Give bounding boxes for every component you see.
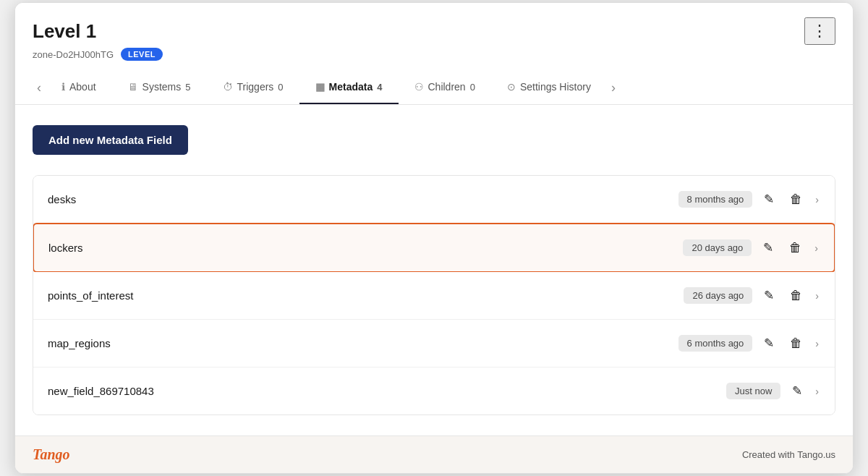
tab-metadata-label: Metadata	[329, 81, 373, 93]
page-title: Level 1	[33, 20, 96, 43]
systems-icon: 🖥	[128, 81, 138, 93]
tab-settings-history[interactable]: ⊙ Settings History	[491, 71, 607, 104]
delete-lockers-button[interactable]: 🗑	[785, 238, 806, 258]
delete-map-regions-button[interactable]: 🗑	[786, 333, 807, 354]
delete-points-of-interest-button[interactable]: 🗑	[786, 286, 807, 306]
pencil-icon-points-of-interest: ✎	[764, 288, 774, 303]
field-name-lockers: lockers	[48, 242, 83, 254]
metadata-icon: ▦	[315, 81, 325, 93]
edit-points-of-interest-button[interactable]: ✎	[760, 285, 778, 306]
tab-children-label: Children	[428, 81, 466, 93]
tabs-bar: ‹ ℹ About 🖥 Systems 5 ⏱ Triggers 0 ▦ Met…	[33, 71, 835, 104]
field-name-points-of-interest: points_of_interest	[48, 289, 133, 302]
chevron-points-of-interest: ›	[814, 287, 820, 305]
time-badge-desks: 8 months ago	[678, 191, 753, 208]
tango-logo: Tango	[33, 446, 70, 463]
row-right-new-field: Just now ✎ ›	[726, 381, 820, 401]
more-options-button[interactable]: ⋮	[804, 17, 835, 45]
level-badge: LEVEL	[121, 48, 163, 61]
chevron-desks: ›	[814, 191, 820, 208]
tab-triggers-count: 0	[278, 82, 283, 93]
trash-icon-map-regions: 🗑	[790, 336, 802, 351]
field-name-desks: desks	[48, 193, 76, 205]
row-right-map-regions: 6 months ago ✎ 🗑 ›	[678, 333, 820, 354]
footer: Tango Created with Tango.us	[15, 435, 853, 473]
tab-prev-arrow[interactable]: ‹	[33, 75, 46, 101]
pencil-icon-lockers: ✎	[763, 240, 773, 255]
time-badge-map-regions: 6 months ago	[678, 335, 753, 352]
time-badge-points-of-interest: 26 days ago	[684, 287, 752, 304]
subtitle-row: zone-Do2HJ00hTG LEVEL	[33, 48, 835, 61]
settings-history-icon: ⊙	[507, 81, 516, 93]
tab-metadata[interactable]: ▦ Metadata 4	[299, 71, 399, 104]
metadata-row-new-field: new_field_869710843 Just now ✎ ›	[33, 367, 835, 415]
time-badge-lockers: 20 days ago	[683, 239, 752, 256]
zone-id: zone-Do2HJ00hTG	[33, 49, 114, 60]
field-name-new-field: new_field_869710843	[48, 385, 154, 397]
row-right-points-of-interest: 26 days ago ✎ 🗑 ›	[684, 285, 820, 306]
tab-metadata-count: 4	[377, 82, 382, 93]
tab-about-label: About	[69, 81, 96, 93]
tab-children-count: 0	[470, 82, 475, 93]
pencil-icon-desks: ✎	[764, 192, 774, 207]
window-header: Level 1 ⋮ zone-Do2HJ00hTG LEVEL ‹ ℹ Abou…	[15, 3, 853, 105]
field-name-map-regions: map_regions	[48, 337, 111, 349]
row-right-lockers: 20 days ago ✎ 🗑 ›	[683, 237, 820, 258]
footer-credit: Created with Tango.us	[742, 449, 835, 460]
trash-icon-desks: 🗑	[790, 192, 802, 207]
content-area: Add new Metadata Field desks 8 months ag…	[15, 105, 853, 435]
pencil-icon-new-field: ✎	[792, 383, 802, 399]
about-icon: ℹ	[61, 81, 65, 93]
row-right-desks: 8 months ago ✎ 🗑 ›	[678, 189, 820, 210]
tab-systems-count: 5	[185, 82, 190, 93]
tab-settings-history-label: Settings History	[520, 81, 591, 93]
pencil-icon-map-regions: ✎	[764, 336, 774, 351]
tab-children[interactable]: ⚇ Children 0	[399, 71, 491, 104]
tab-triggers[interactable]: ⏱ Triggers 0	[207, 71, 299, 104]
metadata-row-points-of-interest: points_of_interest 26 days ago ✎ 🗑 ›	[33, 272, 835, 320]
trash-icon-points-of-interest: 🗑	[790, 289, 802, 303]
time-badge-new-field: Just now	[726, 383, 780, 399]
metadata-row-lockers: lockers 20 days ago ✎ 🗑 ›	[33, 223, 835, 273]
tab-systems-label: Systems	[142, 81, 182, 93]
main-window: Level 1 ⋮ zone-Do2HJ00hTG LEVEL ‹ ℹ Abou…	[14, 2, 854, 474]
title-row: Level 1 ⋮	[33, 17, 835, 45]
add-metadata-button[interactable]: Add new Metadata Field	[33, 125, 188, 155]
chevron-map-regions: ›	[814, 335, 820, 352]
children-icon: ⚇	[414, 81, 424, 93]
triggers-icon: ⏱	[223, 81, 233, 93]
chevron-new-field: ›	[814, 383, 820, 400]
tab-systems[interactable]: 🖥 Systems 5	[112, 71, 207, 104]
metadata-list: desks 8 months ago ✎ 🗑 › lockers 20 days…	[33, 175, 835, 415]
tab-next-arrow[interactable]: ›	[607, 75, 620, 101]
chevron-lockers: ›	[813, 239, 820, 257]
trash-icon-lockers: 🗑	[789, 241, 801, 255]
edit-map-regions-button[interactable]: ✎	[760, 333, 778, 354]
edit-desks-button[interactable]: ✎	[760, 189, 778, 210]
delete-desks-button[interactable]: 🗑	[786, 190, 807, 210]
metadata-row-desks: desks 8 months ago ✎ 🗑 ›	[33, 176, 835, 224]
metadata-row-map-regions: map_regions 6 months ago ✎ 🗑 ›	[33, 320, 835, 367]
edit-lockers-button[interactable]: ✎	[759, 237, 778, 258]
edit-new-field-button[interactable]: ✎	[788, 381, 807, 401]
tab-about[interactable]: ℹ About	[46, 71, 112, 104]
tab-triggers-label: Triggers	[237, 81, 274, 93]
